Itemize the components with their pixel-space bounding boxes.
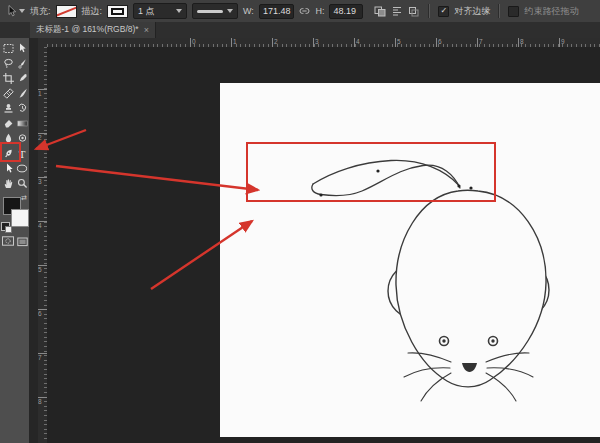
path-selection-cursor-icon xyxy=(7,5,17,17)
current-tool-preset[interactable] xyxy=(7,5,25,17)
shape-height-value: 48.19 xyxy=(333,6,356,16)
hand-icon[interactable] xyxy=(1,176,15,191)
link-dimensions-icon[interactable] xyxy=(299,7,310,15)
rectangular-marquee-icon[interactable] xyxy=(1,41,15,56)
panel-gap xyxy=(29,38,38,443)
stroke-style-preview xyxy=(197,10,223,13)
eyedropper-icon[interactable] xyxy=(15,71,29,86)
fill-swatch[interactable] xyxy=(56,5,77,18)
ruler-tick-label: 5 xyxy=(38,265,47,273)
tools-panel: T ⇄ xyxy=(0,38,30,443)
ruler-tick-label: 6 xyxy=(436,38,442,47)
eraser-icon[interactable] xyxy=(1,116,15,131)
ruler-tick-label: 9 xyxy=(559,38,565,47)
dodge-icon[interactable] xyxy=(15,131,29,146)
ruler-tick-label: 0 xyxy=(190,38,196,47)
ruler-tick-label: 2 xyxy=(272,38,278,47)
ruler-tick-label: 7 xyxy=(477,38,483,47)
ruler-tick-label: 1 xyxy=(38,89,47,97)
type-icon[interactable]: T xyxy=(15,146,29,161)
ruler-tick-label: 3 xyxy=(38,177,47,185)
photoshop-window: 填充: 描边: 1 点 W: 171.48 H: 48.19 ✓ 对齐边缘 xyxy=(0,0,600,443)
quick-mask-icon[interactable] xyxy=(2,236,14,246)
height-label: H: xyxy=(315,6,324,16)
swap-colors-icon[interactable]: ⇄ xyxy=(21,194,27,202)
divider xyxy=(428,4,430,18)
pen-icon[interactable] xyxy=(1,146,15,161)
shape-height-field[interactable]: 48.19 xyxy=(329,4,363,19)
screen-mode-icon[interactable] xyxy=(17,237,28,247)
stroke-width-dropdown[interactable]: 1 点 xyxy=(133,3,187,19)
ruler-tick-label: 4 xyxy=(354,38,360,47)
stroke-style-dropdown[interactable] xyxy=(192,3,238,19)
stroke-label: 描边: xyxy=(82,5,103,18)
path-selection-icon[interactable] xyxy=(1,161,15,176)
constrain-path-label: 约束路径拖动 xyxy=(524,5,578,18)
ruler-tick-label: 6 xyxy=(38,309,47,317)
ruler-tick-label: 4 xyxy=(38,221,47,229)
stroke-swatch[interactable] xyxy=(107,5,128,18)
clone-stamp-icon[interactable] xyxy=(1,101,15,116)
blur-icon[interactable] xyxy=(1,131,15,146)
lasso-icon[interactable] xyxy=(1,56,15,71)
chevron-down-icon xyxy=(176,9,182,13)
document-canvas[interactable] xyxy=(220,83,600,437)
quick-selection-icon[interactable] xyxy=(15,56,29,71)
background-color-swatch[interactable] xyxy=(11,209,29,227)
gradient-icon[interactable] xyxy=(15,116,29,131)
align-edges-label: 对齐边缘 xyxy=(454,5,490,18)
ruler-tick-label: 8 xyxy=(518,38,524,47)
path-arrangement-icon[interactable] xyxy=(408,6,420,17)
type-tool-letter: T xyxy=(19,148,26,160)
width-label: W: xyxy=(243,6,254,16)
close-tab-icon[interactable]: × xyxy=(144,25,149,35)
ruler-tick-label: 1 xyxy=(231,38,237,47)
document-tab-title: 未标题-1 @ 161%(RGB/8)* xyxy=(36,24,139,36)
shape-width-field[interactable]: 171.48 xyxy=(259,4,295,19)
divider xyxy=(498,4,500,18)
shape-width-value: 171.48 xyxy=(263,6,291,16)
ruler-tick-label: 3 xyxy=(313,38,319,47)
ellipse-shape-icon[interactable] xyxy=(15,161,29,176)
ruler-tick-label: 7 xyxy=(38,353,47,361)
document-tab[interactable]: 未标题-1 @ 161%(RGB/8)* × xyxy=(30,22,156,38)
checkmark-icon: ✓ xyxy=(441,7,448,15)
history-brush-icon[interactable] xyxy=(15,101,29,116)
path-alignment-icon[interactable] xyxy=(391,6,403,17)
move-icon[interactable] xyxy=(15,41,29,56)
options-bar: 填充: 描边: 1 点 W: 171.48 H: 48.19 ✓ 对齐边缘 xyxy=(0,0,600,23)
crop-icon[interactable] xyxy=(1,71,15,86)
fill-label: 填充: xyxy=(30,5,51,18)
path-operations-icon[interactable] xyxy=(374,6,386,17)
chevron-down-icon xyxy=(227,9,233,13)
ruler-tick-label: 5 xyxy=(395,38,401,47)
zoom-icon[interactable] xyxy=(15,176,29,191)
ruler-tick-label: 8 xyxy=(38,397,47,405)
stroke-width-value: 1 点 xyxy=(138,5,155,18)
healing-brush-icon[interactable] xyxy=(1,86,15,101)
document-tab-strip: 未标题-1 @ 161%(RGB/8)* × xyxy=(0,22,600,39)
ruler-tick-label: 2 xyxy=(38,133,47,141)
default-colors-icon[interactable] xyxy=(1,222,10,231)
constrain-path-checkbox[interactable] xyxy=(508,6,519,17)
brush-icon[interactable] xyxy=(15,86,29,101)
chevron-down-icon xyxy=(19,9,25,13)
align-edges-checkbox[interactable]: ✓ xyxy=(438,6,449,17)
